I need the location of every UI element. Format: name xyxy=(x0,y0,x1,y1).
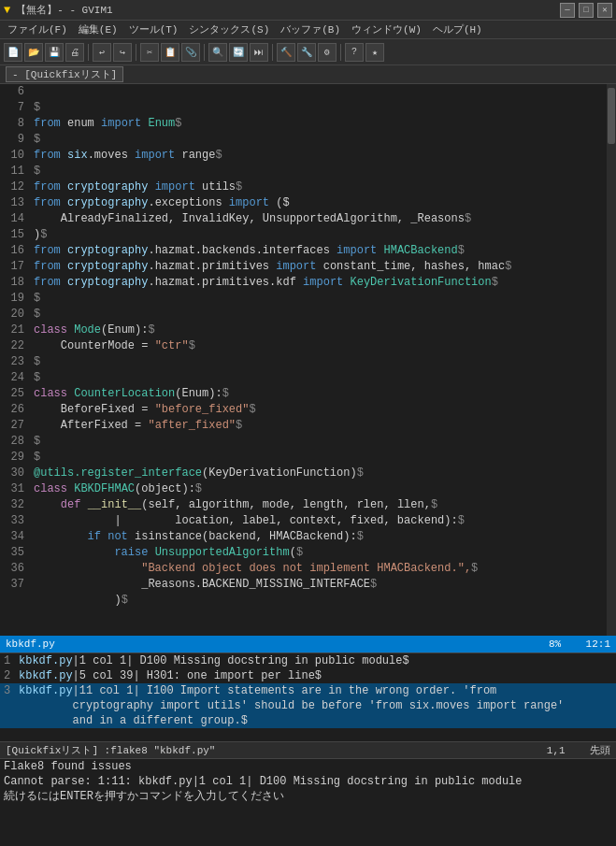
scrollbar[interactable] xyxy=(607,84,616,636)
toolbar-find-next[interactable]: ⏭ xyxy=(250,43,268,62)
menu-tools[interactable]: ツール(T) xyxy=(123,22,184,37)
qf-msg-2: |5 col 39| H301: one import per line$ xyxy=(73,668,322,683)
qf-num-1: 1 xyxy=(4,653,17,668)
toolbar-sep3 xyxy=(204,44,205,61)
qf-file-1: kbkdf.py xyxy=(19,653,73,668)
toolbar-sep1 xyxy=(88,44,89,61)
qf-status-bar: [Quickfixリスト] :flake8 "kbkdf.py" 1,1 先頭 xyxy=(0,741,616,758)
qf-file-3: kbkdf.py xyxy=(19,683,73,698)
title-bar-controls: — □ ✕ xyxy=(560,3,612,18)
toolbar-save[interactable]: 💾 xyxy=(45,43,64,62)
maximize-button[interactable]: □ xyxy=(579,3,594,18)
menu-help[interactable]: ヘルプ(H) xyxy=(427,22,488,37)
qf-item-2[interactable]: 2 kbkdf.py|5 col 39| H301: one import pe… xyxy=(0,668,616,683)
toolbar-copy[interactable]: 📋 xyxy=(161,43,179,62)
qf-status-right: 1,1 先頭 xyxy=(547,743,610,757)
menu-bar: ファイル(F) 編集(E) ツール(T) シンタックス(S) バッファ(B) ウ… xyxy=(0,21,616,39)
toolbar-about[interactable]: ★ xyxy=(365,43,384,62)
toolbar-cut[interactable]: ✂ xyxy=(140,43,159,62)
menu-syntax[interactable]: シンタックス(S) xyxy=(183,22,275,37)
close-button[interactable]: ✕ xyxy=(597,3,612,18)
qf-item-1[interactable]: 1 kbkdf.py|1 col 1| D100 Missing docstri… xyxy=(0,653,616,668)
status-right: 8% 12:1 xyxy=(549,638,610,650)
qf-file-2: kbkdf.py xyxy=(19,668,73,683)
toolbar-paste[interactable]: 📎 xyxy=(181,43,200,62)
toolbar-print[interactable]: 🖨 xyxy=(65,43,84,62)
command-output: Flake8 found issues Cannot parse: 1:11: … xyxy=(0,758,616,812)
editor-status-line: kbkdf.py 8% 12:1 xyxy=(0,636,616,652)
qf-num-2: 2 xyxy=(4,668,17,683)
toolbar-tool2[interactable]: ⚙ xyxy=(318,43,337,62)
qf-msg-3: |11 col 1| I100 Import statements are in… xyxy=(73,683,565,728)
status-filename: kbkdf.py xyxy=(6,638,55,650)
title-bar: ▼ 【無名】- - GVIM1 — □ ✕ xyxy=(0,0,616,21)
minimize-button[interactable]: — xyxy=(560,3,575,18)
window-title: 【無名】- - GVIM1 xyxy=(16,3,112,17)
code-editor[interactable]: 6 7 8 9 10 11 12 13 14 15 16 17 18 19 20… xyxy=(0,84,616,636)
toolbar-help[interactable]: ? xyxy=(345,43,364,62)
menu-file[interactable]: ファイル(F) xyxy=(2,22,73,37)
code-text[interactable]: $ from enum import Enum$ $ from six.move… xyxy=(30,84,607,636)
cmd-line-2: Cannot parse: 1:11: kbkdf.py|1 col 1| D1… xyxy=(0,774,616,789)
toolbar-search[interactable]: 🔍 xyxy=(208,43,227,62)
qf-item-3[interactable]: 3 kbkdf.py|11 col 1| I100 Import stateme… xyxy=(0,683,616,728)
scrollbar-thumb[interactable] xyxy=(608,88,615,144)
toolbar-tool1[interactable]: 🔧 xyxy=(297,43,316,62)
toolbar: 📄 📂 💾 🖨 ↩ ↪ ✂ 📋 📎 🔍 🔄 ⏭ 🔨 🔧 ⚙ ? ★ xyxy=(0,39,616,65)
toolbar-replace[interactable]: 🔄 xyxy=(229,43,248,62)
quickfix-panel: 1 kbkdf.py|1 col 1| D100 Missing docstri… xyxy=(0,652,616,741)
toolbar-open[interactable]: 📂 xyxy=(24,43,43,62)
qf-status-left: [Quickfixリスト] :flake8 "kbkdf.py" xyxy=(6,743,215,757)
toolbar-sep2 xyxy=(136,44,136,61)
qf-msg-1: |1 col 1| D100 Missing docstring in publ… xyxy=(73,653,409,668)
toolbar-sep4 xyxy=(272,44,273,61)
menu-buffer[interactable]: バッファ(B) xyxy=(275,22,346,37)
quickfix-label: - [Quickfixリスト] xyxy=(6,66,123,82)
qf-num-3: 3 xyxy=(4,683,17,698)
title-bar-left: ▼ 【無名】- - GVIM1 xyxy=(4,3,113,17)
toolbar-new[interactable]: 📄 xyxy=(4,43,22,62)
status-percentage: 8% xyxy=(549,638,561,650)
toolbar-undo[interactable]: ↩ xyxy=(93,43,111,62)
quickfix-label-bar: - [Quickfixリスト] xyxy=(0,65,616,84)
line-numbers: 6 7 8 9 10 11 12 13 14 15 16 17 18 19 20… xyxy=(0,84,30,636)
toolbar-redo[interactable]: ↪ xyxy=(113,43,132,62)
toolbar-build[interactable]: 🔨 xyxy=(277,43,295,62)
toolbar-sep5 xyxy=(340,44,341,61)
vim-icon: ▼ xyxy=(4,4,10,17)
menu-edit[interactable]: 編集(E) xyxy=(73,22,123,37)
cmd-line-1: Flake8 found issues xyxy=(0,759,616,774)
cmd-line-3[interactable]: 続けるにはENTERを押すかコマンドを入力してください xyxy=(0,789,616,804)
status-position: 12:1 xyxy=(586,638,610,650)
menu-window[interactable]: ウィンドウ(W) xyxy=(346,22,427,37)
